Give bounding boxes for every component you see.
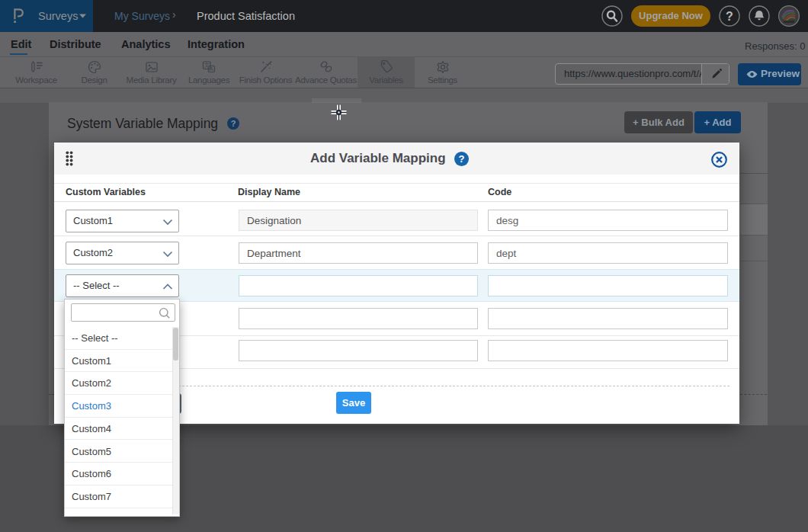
- svg-text:?: ?: [459, 153, 465, 165]
- svg-text:A: A: [210, 66, 213, 72]
- svg-text:?: ?: [231, 119, 236, 128]
- svg-text:?: ?: [726, 10, 733, 23]
